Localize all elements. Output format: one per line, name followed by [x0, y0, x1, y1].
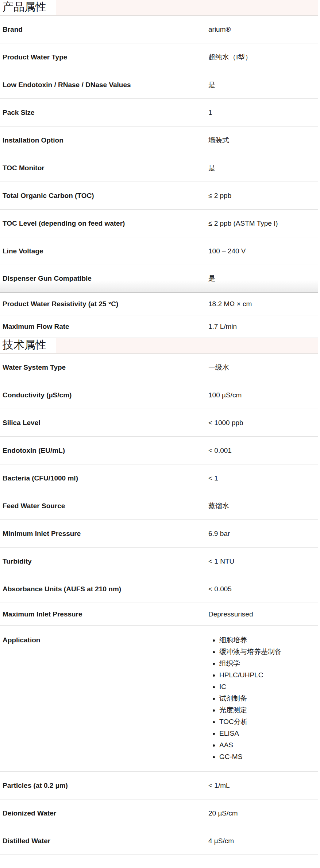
spec-row: Low Endotoxin / RNase / DNase Values 是	[0, 71, 318, 99]
application-list-item: ELISA	[219, 728, 314, 739]
spec-label: Maximum Flow Rate	[0, 322, 208, 331]
spec-label: Maximum Inlet Pressure	[0, 610, 208, 619]
spec-label: Particles (at 0.2 µm)	[0, 781, 208, 790]
spec-value: ≤ 2 ppb	[208, 191, 318, 200]
spec-label: Line Voltage	[0, 247, 208, 256]
spec-label: Endotoxin (EU/mL)	[0, 446, 208, 455]
spec-value: < 1 NTU	[208, 557, 318, 566]
spec-row: Brand arium®	[0, 16, 318, 43]
application-list-item: 缓冲液与培养基制备	[219, 646, 314, 658]
spec-value: < 1	[208, 474, 318, 483]
section-title: 技术属性	[0, 338, 56, 353]
spec-value: 4 µS/cm	[208, 837, 318, 845]
spec-label: Application	[0, 634, 208, 646]
spec-value: < 0.001	[208, 446, 318, 455]
spec-row: Deionized Water 20 µS/cm	[0, 799, 318, 827]
spec-label: Brand	[0, 25, 208, 34]
section-heading-band: 产品属性	[0, 0, 318, 16]
spec-label: Deionized Water	[0, 809, 208, 818]
spec-row: Water System Type 一级水	[0, 354, 318, 381]
spec-value: 蒸馏水	[208, 502, 318, 510]
spec-row: Particles (at 0.2 µm) < 1/mL	[0, 772, 318, 799]
spec-value: arium®	[208, 25, 318, 34]
spec-row: Turbidity < 1 NTU	[0, 548, 318, 575]
spec-label: Minimum Inlet Pressure	[0, 529, 208, 538]
spec-section: 产品属性 Brand arium® Product Water Type 超纯水…	[0, 0, 318, 338]
spec-row: Product Water Resistivity (at 25 °C) 18.…	[0, 293, 318, 315]
spec-label: Absorbance Units (AUFS at 210 nm)	[0, 585, 208, 593]
section-title: 产品属性	[0, 0, 56, 15]
spec-row: Feed Water Source 蒸馏水	[0, 492, 318, 520]
spec-value: < 1/mL	[208, 781, 318, 790]
spec-label: Low Endotoxin / RNase / DNase Values	[0, 81, 208, 89]
spec-row: Installation Option 墙装式	[0, 126, 318, 154]
spec-value: 墙装式	[208, 136, 318, 145]
spec-row: Total Organic Carbon (TOC) ≤ 2 ppb	[0, 182, 318, 210]
spec-label: TOC Monitor	[0, 164, 208, 172]
application-list-item: TOC分析	[219, 716, 314, 728]
spec-row: Pack Size 1	[0, 99, 318, 126]
spec-value: 1.7 L/min	[208, 322, 318, 331]
product-specs-page: 产品属性 Brand arium® Product Water Type 超纯水…	[0, 0, 320, 855]
spec-row: TOC Level (depending on feed water) ≤ 2 …	[0, 210, 318, 237]
spec-table: Water System Type 一级水 Conductivity (µS/c…	[0, 354, 318, 855]
spec-label: Distilled Water	[0, 837, 208, 845]
spec-value: 18.2 MΩ × cm	[208, 300, 318, 308]
specs-content: 产品属性 Brand arium® Product Water Type 超纯水…	[0, 0, 318, 855]
application-list-item: HPLC/UHPLC	[219, 669, 314, 681]
application-list-item: 光度测定	[219, 704, 314, 716]
spec-value: 1	[208, 108, 318, 117]
spec-label: Dispenser Gun Compatible	[0, 274, 208, 283]
spec-value: 是	[208, 274, 318, 283]
spec-row: Bacteria (CFU/1000 ml) < 1	[0, 464, 318, 492]
application-list-item: AAS	[219, 739, 314, 751]
spec-label: TOC Level (depending on feed water)	[0, 219, 208, 228]
spec-row: Minimum Inlet Pressure 6.9 bar	[0, 520, 318, 548]
spec-row: Absorbance Units (AUFS at 210 nm) < 0.00…	[0, 575, 318, 603]
spec-sections-container: 产品属性 Brand arium® Product Water Type 超纯水…	[0, 0, 318, 855]
spec-section: 技术属性 Water System Type 一级水 Conductivity …	[0, 338, 318, 855]
spec-value: 超纯水（I型）	[208, 53, 318, 62]
spec-value: < 1000 ppb	[208, 419, 318, 427]
spec-row: Dispenser Gun Compatible 是	[0, 265, 318, 293]
spec-label: Water System Type	[0, 363, 208, 372]
spec-label: Turbidity	[0, 557, 208, 566]
application-list-item: GC-MS	[219, 751, 314, 763]
spec-row: Silica Level < 1000 ppb	[0, 409, 318, 437]
spec-value: 6.9 bar	[208, 529, 318, 538]
spec-table: Brand arium® Product Water Type 超纯水（I型） …	[0, 16, 318, 338]
spec-value: 细胞培养缓冲液与培养基制备组织学HPLC/UHPLCIC试剂制备光度测定TOC分…	[208, 634, 318, 763]
spec-label: Feed Water Source	[0, 502, 208, 510]
spec-label: Total Organic Carbon (TOC)	[0, 191, 208, 200]
spec-value: ≤ 2 ppb (ASTM Type I)	[208, 219, 318, 228]
spec-row: Application 细胞培养缓冲液与培养基制备组织学HPLC/UHPLCIC…	[0, 626, 318, 772]
application-list-item: 组织学	[219, 658, 314, 669]
spec-row: Endotoxin (EU/mL) < 0.001	[0, 437, 318, 464]
spec-value: 是	[208, 81, 318, 89]
spec-row: Distilled Water 4 µS/cm	[0, 827, 318, 855]
spec-row: Maximum Flow Rate 1.7 L/min	[0, 315, 318, 338]
spec-row: Maximum Inlet Pressure Depressurised	[0, 603, 318, 626]
spec-label: Bacteria (CFU/1000 ml)	[0, 474, 208, 483]
spec-label: Product Water Resistivity (at 25 °C)	[0, 300, 208, 308]
spec-row: Product Water Type 超纯水（I型）	[0, 43, 318, 71]
spec-row: Conductivity (µS/cm) 100 µS/cm	[0, 381, 318, 409]
spec-value: Depressurised	[208, 610, 318, 619]
spec-value: < 0.005	[208, 585, 318, 593]
application-list: 细胞培养缓冲液与培养基制备组织学HPLC/UHPLCIC试剂制备光度测定TOC分…	[208, 634, 314, 763]
spec-value: 20 µS/cm	[208, 809, 318, 818]
spec-row: Line Voltage 100 – 240 V	[0, 237, 318, 265]
application-list-item: IC	[219, 681, 314, 693]
spec-label: Product Water Type	[0, 53, 208, 62]
spec-label: Pack Size	[0, 108, 208, 117]
spec-label: Conductivity (µS/cm)	[0, 391, 208, 400]
spec-value: 一级水	[208, 363, 318, 372]
spec-value: 100 µS/cm	[208, 391, 318, 400]
section-heading-band: 技术属性	[0, 338, 318, 354]
application-list-item: 试剂制备	[219, 693, 314, 704]
spec-value: 100 – 240 V	[208, 247, 318, 256]
spec-label: Silica Level	[0, 419, 208, 427]
spec-label: Installation Option	[0, 136, 208, 145]
application-list-item: 细胞培养	[219, 634, 314, 646]
spec-value: 是	[208, 164, 318, 172]
